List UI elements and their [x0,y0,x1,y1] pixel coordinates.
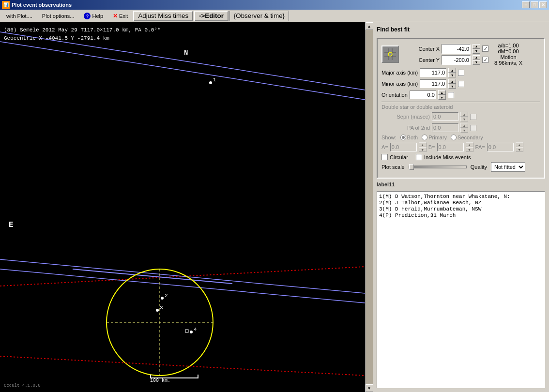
orientation-down[interactable]: ▼ [438,95,446,100]
orientation-spinner[interactable]: ▲ ▼ [438,90,446,100]
svg-point-15 [161,297,164,300]
editor-button[interactable]: ->Editor [194,11,229,21]
motion-info: a/b=1.00 dM=0.00 Motion 8.96km/s, X [494,43,522,66]
plot-area[interactable]: 1 2 3 4 (86) Semele 20 [0,22,365,392]
center-x-up[interactable]: ▲ [473,44,480,49]
major-axis-row: Major axis (km) ▲ ▼ [381,68,540,77]
minor-axis-input[interactable] [420,79,446,88]
dm-value: dM=0.00 [494,48,522,54]
ab-ratio: a/b=1.00 [494,43,522,48]
title-bar: 📊 Plot event observations − □ ✕ [0,0,549,10]
sepn-spinner: ▲ ▼ [460,112,468,121]
svg-point-13 [209,81,212,84]
motion-label: Motion [494,54,522,60]
sepn-row: Sepn (masec) ▲ ▼ [381,112,540,121]
help-menu[interactable]: ? Help [79,11,107,21]
with-plot-menu[interactable]: with Plot.... [2,11,37,21]
exit-icon: ✕ [113,13,118,19]
exit-menu[interactable]: ✕ Exit [108,11,132,21]
sepn-label: Sepn (masec) [381,114,430,120]
circular-option[interactable]: Circular [381,154,408,160]
observer-button[interactable]: {Observer & time} [229,11,289,21]
primary-radio-btn[interactable] [422,135,427,140]
svg-rect-23 [384,48,396,60]
center-y-up[interactable]: ▲ [473,55,480,60]
center-x-label: Center X [401,46,440,52]
center-x-input[interactable] [442,44,471,54]
center-x-spinner[interactable]: ▲ ▼ [473,44,480,54]
circular-checkbox[interactable] [381,154,388,160]
plot-scale-label: Plot scale [381,164,405,170]
quality-select[interactable]: Not fitted Poor Good Excellent [491,162,525,172]
orientation-checkbox[interactable] [448,92,454,98]
orientation-up[interactable]: ▲ [438,90,446,95]
sepn-checkbox [470,114,476,120]
sepn-input [432,112,458,121]
both-radio-btn[interactable] [400,135,406,140]
orientation-label: Orientation [381,92,408,98]
grid-svg [384,48,396,60]
scale-slider-track[interactable] [409,166,467,168]
a-input [390,143,417,151]
pa2-input [487,143,514,151]
window-title: Plot event observations [12,2,72,8]
main-content: 1 2 3 4 (86) Semele 20 [0,22,549,392]
scroll-track[interactable] [366,30,373,384]
maximize-button[interactable]: □ [531,1,538,8]
b-spinner: ▲ ▼ [466,142,473,152]
major-axis-spinner[interactable]: ▲ ▼ [448,68,456,77]
show-both-radio[interactable]: Both [400,135,418,140]
double-star-title: Double star or double asteroid [381,104,540,110]
circular-label: Circular [390,154,408,160]
minor-axis-spinner[interactable]: ▲ ▼ [448,79,456,89]
scroll-down-button[interactable]: ▼ [366,384,373,392]
version-label: Occult 4.1.0.0 [4,383,41,388]
plot-options-menu[interactable]: Plot options... [38,11,79,21]
plot-wrapper: 1 2 3 4 (86) Semele 20 [0,22,373,392]
svg-text:4: 4 [194,327,197,332]
center-x-row: Center X ▲ ▼ Center Y ▲ ▼ [381,43,540,66]
center-y-input[interactable] [442,55,471,65]
observer-list-label: label11 [377,181,545,187]
show-primary-radio[interactable]: Primary [422,135,447,140]
major-axis-checkbox[interactable] [458,70,464,76]
double-star-section: Double star or double asteroid Sepn (mas… [381,102,540,152]
show-secondary-radio[interactable]: Secondary [451,135,483,140]
center-y-checkbox[interactable] [482,57,488,63]
minor-axis-checkbox[interactable] [458,81,464,87]
observer-list[interactable]: 1(M) D Watson,Thornton near Whakatane, N… [377,191,545,388]
abc-row: A= ▲ ▼ B= ▲ ▼ PA= ▲ [381,142,540,152]
plot-title-line1: (86) Semele 2012 May 29 T117.0×117.0 km,… [4,26,160,34]
close-button[interactable]: ✕ [539,1,547,8]
major-axis-up[interactable]: ▲ [448,68,456,73]
scale-slider-thumb[interactable] [409,164,414,170]
minor-axis-row: Minor axis (km) ▲ ▼ [381,79,540,89]
center-y-down[interactable]: ▼ [473,60,480,65]
center-x-down[interactable]: ▼ [473,49,480,54]
scale-quality-row: Plot scale Quality Not fitted Poor Good … [381,162,540,172]
major-axis-down[interactable]: ▼ [448,73,456,77]
include-miss-checkbox[interactable] [416,154,422,160]
options-row: Circular Include Miss events [381,154,540,160]
grid-icon[interactable] [381,45,399,63]
center-x-checkbox[interactable] [482,45,488,52]
scale-label: 100 km. [150,378,170,383]
minor-axis-up[interactable]: ▲ [448,79,456,84]
b-label: B= [428,144,435,150]
a-spinner: ▲ ▼ [419,142,427,152]
center-y-spinner[interactable]: ▲ ▼ [473,55,480,65]
include-miss-option[interactable]: Include Miss events [416,154,471,160]
center-y-label: Center Y [401,57,440,63]
motion-value: 8.96km/s, X [494,60,522,66]
observer-item-3: 3(M) D Herald,Murrumbateman, NSW [379,206,543,212]
scroll-up-button[interactable]: ▲ [366,22,373,30]
major-axis-input[interactable] [420,68,446,77]
orientation-input[interactable] [410,90,436,99]
pa-label: PA of 2nd [381,125,430,131]
minor-axis-down[interactable]: ▼ [448,84,456,89]
observer-item-4: 4(P) Prediction,31 March [379,212,543,218]
secondary-radio-btn[interactable] [451,135,457,140]
plot-scrollbar: ▲ ▼ [365,22,373,392]
minimize-button[interactable]: − [522,1,530,8]
adjust-miss-button[interactable]: Adjust Miss times [133,11,193,21]
